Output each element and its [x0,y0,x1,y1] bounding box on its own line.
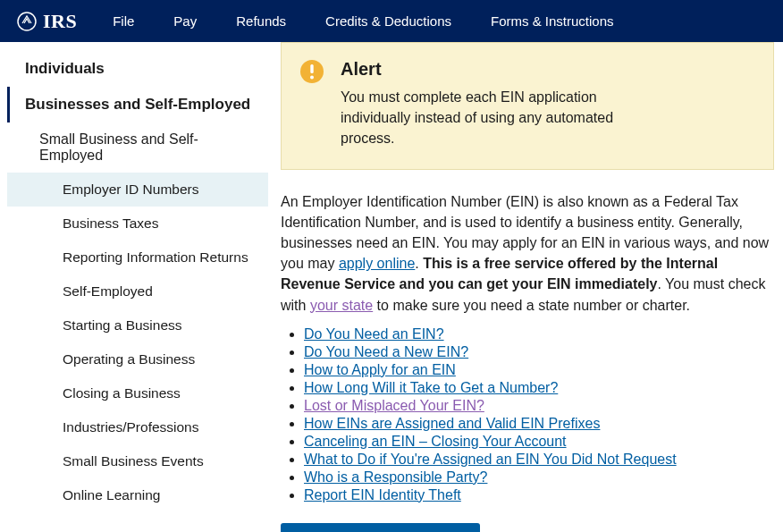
topic-link[interactable]: How to Apply for an EIN [304,362,456,377]
sidebar-item-operating-a-business[interactable]: Operating a Business [7,342,268,376]
list-item: Report EIN Identity Theft [304,487,774,503]
sidebar-item-self-employed[interactable]: Self-Employed [7,274,268,308]
alert-title: Alert [341,59,662,80]
topic-link[interactable]: Report EIN Identity Theft [304,487,461,502]
sidebar-item-small-business-events[interactable]: Small Business Events [7,444,268,478]
irs-logo[interactable]: IRS [16,10,77,33]
list-item: How Long Will it Take to Get a Number? [304,380,774,396]
sidebar-item-online-learning[interactable]: Online Learning [7,478,268,512]
svg-point-3 [310,76,314,80]
sidebar-item-individuals[interactable]: Individuals [7,51,268,87]
topic-link[interactable]: What to Do if You're Assigned an EIN You… [304,452,677,467]
topic-link[interactable]: Who is a Responsible Party? [304,469,487,485]
topic-link[interactable]: Do You Need an EIN? [304,326,444,342]
list-item: What to Do if You're Assigned an EIN You… [304,452,774,468]
nav-pay[interactable]: Pay [173,13,197,29]
main-content: Alert You must complete each EIN applica… [268,42,783,532]
list-item: Do You Need a New EIN? [304,344,774,360]
sidebar-item-industries-professions[interactable]: Industries/Professions [7,410,268,444]
nav-forms-instructions[interactable]: Forms & Instructions [491,13,614,29]
list-item: Who is a Responsible Party? [304,469,774,486]
nav-file[interactable]: File [113,13,134,29]
sidebar-item-businesses-self-employed[interactable]: Businesses and Self-Employed [7,87,268,122]
nav-refunds[interactable]: Refunds [236,13,286,29]
sidebar-item-business-taxes[interactable]: Business Taxes [7,207,268,241]
list-item: How to Apply for an EIN [304,362,774,378]
topic-link[interactable]: How EINs are Assigned and Valid EIN Pref… [304,416,600,431]
sidebar-item-starting-a-business[interactable]: Starting a Business [7,308,268,342]
ein-topic-links: Do You Need an EIN?Do You Need a New EIN… [304,326,774,503]
list-item: How EINs are Assigned and Valid EIN Pref… [304,416,774,432]
logo-text: IRS [43,10,77,33]
topic-link[interactable]: How Long Will it Take to Get a Number? [304,380,558,395]
intro-text-4: to make sure you need a state number or … [373,298,690,313]
sidebar-item-closing-a-business[interactable]: Closing a Business [7,376,268,410]
eagle-icon [16,11,38,32]
nav-credits-deductions[interactable]: Credits & Deductions [325,13,451,29]
apply-online-link[interactable]: apply online [339,256,415,271]
sidebar-item-employer-id-numbers[interactable]: Employer ID Numbers [7,173,268,207]
topic-link[interactable]: Lost or Misplaced Your EIN? [304,398,484,413]
alert-icon [299,59,324,149]
list-item: Canceling an EIN – Closing Your Account [304,434,774,450]
top-navigation: IRS File Pay Refunds Credits & Deduction… [0,0,783,42]
alert-banner: Alert You must complete each EIN applica… [281,42,774,170]
intro-text-2: . [415,256,423,271]
alert-body: You must complete each EIN application i… [341,87,662,149]
apply-ein-online-button[interactable]: Apply for an EIN Online [281,523,480,532]
topic-link[interactable]: Do You Need a New EIN? [304,344,468,359]
intro-paragraph: An Employer Identification Number (EIN) … [281,191,774,316]
list-item: Do You Need an EIN? [304,326,774,342]
svg-rect-2 [310,64,313,73]
sidebar-item-small-business-and-self-employed[interactable]: Small Business and Self-Employed [7,122,268,173]
list-item: Lost or Misplaced Your EIN? [304,398,774,414]
your-state-link[interactable]: your state [310,298,373,313]
sidebar-item-reporting-information-returns[interactable]: Reporting Information Returns [7,241,268,274]
topic-link[interactable]: Canceling an EIN – Closing Your Account [304,434,567,449]
left-sidebar: Individuals Businesses and Self-Employed… [0,42,268,532]
